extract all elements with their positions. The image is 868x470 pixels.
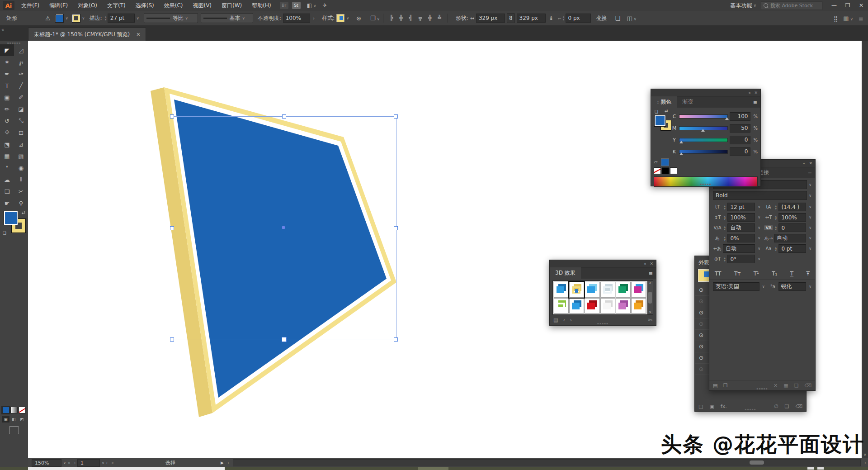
- visibility-eye-icon[interactable]: ⊙: [699, 309, 703, 316]
- visibility-eye-icon[interactable]: ⊙: [699, 366, 703, 372]
- fill-proxy[interactable]: [4, 211, 18, 225]
- color-panel-menu-icon[interactable]: ≡: [753, 100, 757, 105]
- shape-builder-tool[interactable]: ⬔: [0, 138, 14, 150]
- selection-handle-3[interactable]: [170, 226, 174, 230]
- document-tab[interactable]: 未标题-1* @ 150% (CMYK/GPU 预览) ✕: [28, 28, 146, 41]
- selection-tool[interactable]: ◤: [0, 44, 14, 56]
- none-swatch[interactable]: [654, 167, 661, 174]
- type-style-button-5[interactable]: Ŧ: [807, 271, 810, 277]
- slider-thumb[interactable]: [679, 152, 683, 155]
- rotate-tool[interactable]: ↺: [0, 115, 14, 127]
- pencil-tool[interactable]: ✏: [0, 103, 14, 115]
- char-field-5[interactable]: VA∧∨0∨: [764, 223, 811, 232]
- selection-handle-5[interactable]: [170, 337, 174, 342]
- menu-item-3[interactable]: 文字(T): [102, 0, 131, 11]
- menu-item-6[interactable]: 视图(V): [188, 0, 217, 11]
- style-thumbnail-0[interactable]: [554, 282, 569, 298]
- char-field-value[interactable]: 自动: [774, 234, 806, 242]
- isolate-object-icon[interactable]: ❏: [615, 15, 621, 22]
- selection-handle-7[interactable]: [394, 337, 398, 342]
- field-stepper[interactable]: ∧∨: [724, 236, 726, 241]
- menu-item-7[interactable]: 窗口(W): [217, 0, 247, 11]
- magic-wand-tool[interactable]: ✶: [0, 56, 14, 68]
- slider-M[interactable]: [679, 125, 727, 131]
- dock-panels-icon[interactable]: ▥∨: [843, 15, 853, 22]
- char-field-value[interactable]: (14.4 ): [778, 203, 806, 211]
- selection-handle-0[interactable]: [170, 114, 174, 119]
- tab-color[interactable]: ≎ 颜色: [651, 96, 677, 108]
- transform-link[interactable]: 变换: [596, 14, 607, 22]
- stroke-weight-dropdown[interactable]: ∨: [137, 16, 139, 20]
- menu-item-4[interactable]: 选择(S): [131, 0, 159, 11]
- style-thumbnail-11[interactable]: [631, 298, 646, 314]
- width-profile-select[interactable]: 等比∨: [144, 13, 198, 23]
- char-field-8[interactable]: ←あ自动∨: [713, 244, 760, 253]
- blend-tool[interactable]: ◉: [14, 162, 28, 174]
- appearance-footer-icon-1[interactable]: ▣: [709, 404, 714, 409]
- field-stepper[interactable]: ∧∨: [724, 257, 726, 261]
- rectangle-tool[interactable]: ▣: [0, 91, 14, 103]
- fill-proxy[interactable]: [654, 115, 666, 127]
- type-style-button-2[interactable]: T¹: [754, 271, 759, 277]
- char-footer-icon-1[interactable]: ❐: [723, 383, 727, 389]
- artboard-number-field[interactable]: 1: [77, 459, 100, 467]
- grid-view-icon[interactable]: ⣿: [834, 15, 838, 22]
- panel-collapse-icon[interactable]: «: [748, 90, 751, 95]
- visibility-eye-icon[interactable]: ⊙: [699, 321, 703, 327]
- direct-selection-tool[interactable]: ◿: [14, 44, 28, 56]
- selection-handle-2[interactable]: [394, 114, 398, 119]
- draw-inside-mode[interactable]: ◩: [18, 416, 26, 423]
- slider-thumb[interactable]: [679, 141, 683, 143]
- menu-item-2[interactable]: 对象(O): [73, 0, 102, 11]
- none-button[interactable]: [19, 407, 26, 413]
- 3d-footer-icon-1[interactable]: ‹: [563, 317, 565, 323]
- field-stepper[interactable]: ∧∨: [775, 226, 777, 230]
- opacity-field[interactable]: 100%: [283, 14, 310, 23]
- style-thumbnail-6[interactable]: [554, 298, 569, 314]
- slider-thumb[interactable]: [725, 117, 729, 120]
- align-icon-4[interactable]: ╬: [425, 15, 434, 21]
- language-select[interactable]: 英语:美国∨: [713, 282, 765, 291]
- selection-center-point[interactable]: [282, 226, 285, 229]
- char-footer-icon-0[interactable]: ✕: [774, 383, 778, 389]
- field-stepper[interactable]: ∧∨: [724, 205, 726, 209]
- appearance-footer-icon-1[interactable]: ❏: [785, 404, 789, 409]
- panel-close-icon[interactable]: ✕: [650, 261, 653, 266]
- screen-mode-button[interactable]: [9, 426, 19, 434]
- workspace-switcher[interactable]: 基本功能∨: [730, 2, 756, 9]
- vertical-scrollbar[interactable]: ∨: [862, 41, 868, 458]
- status-play-icon[interactable]: ▶: [221, 461, 224, 465]
- visibility-eye-icon[interactable]: ⊙: [699, 355, 703, 361]
- panel-resize-grip[interactable]: ▪▪▪▪▪: [597, 322, 609, 325]
- char-field-0[interactable]: tT∧∨12 pt∨: [713, 203, 760, 211]
- field-stepper[interactable]: ∧∨: [775, 205, 777, 209]
- menu-item-1[interactable]: 编辑(E): [44, 0, 73, 11]
- prev-artboard-button[interactable]: ‹: [74, 461, 75, 465]
- first-artboard-button[interactable]: «: [68, 461, 71, 465]
- style-thumbnail-2[interactable]: [585, 282, 599, 298]
- style-thumbnail-4[interactable]: [616, 282, 631, 298]
- app-logo[interactable]: Ai: [3, 1, 14, 10]
- brush-definition-select[interactable]: 基本∨: [201, 13, 253, 23]
- toolbar-grip[interactable]: ▪▪▪▪▪▪: [0, 41, 28, 44]
- field-dropdown[interactable]: ∨: [758, 257, 760, 261]
- visibility-eye-icon[interactable]: ⊙: [699, 332, 703, 338]
- panel-resize-grip[interactable]: ▪▪▪▪▪: [745, 408, 756, 411]
- slider-C[interactable]: [679, 113, 727, 119]
- swap-fill-stroke-icon[interactable]: ⇄: [22, 210, 25, 215]
- field-stepper[interactable]: ∧∨: [724, 215, 726, 220]
- eraser-tool[interactable]: ◪: [14, 103, 28, 115]
- corner-radius-field[interactable]: 0 px: [566, 14, 591, 23]
- free-transform-tool[interactable]: ⊡: [14, 127, 28, 138]
- panel-resize-grip[interactable]: ▪▪▪▪▪: [756, 387, 768, 390]
- artboard-tool[interactable]: ❏: [0, 185, 14, 197]
- field-dropdown[interactable]: ∨: [809, 205, 811, 209]
- field-dropdown[interactable]: ∨: [758, 236, 760, 240]
- last-artboard-button[interactable]: »: [111, 461, 114, 465]
- shape-width-field[interactable]: 329 px: [476, 14, 505, 23]
- scroll-up-icon[interactable]: ∧: [649, 281, 651, 285]
- style-thumbnail-5[interactable]: [631, 282, 646, 298]
- graphic-style-dropdown[interactable]: ∨: [346, 16, 349, 20]
- align-icon-1[interactable]: ╬: [396, 15, 406, 21]
- appearance-footer-icon-2[interactable]: ⌫: [795, 404, 802, 409]
